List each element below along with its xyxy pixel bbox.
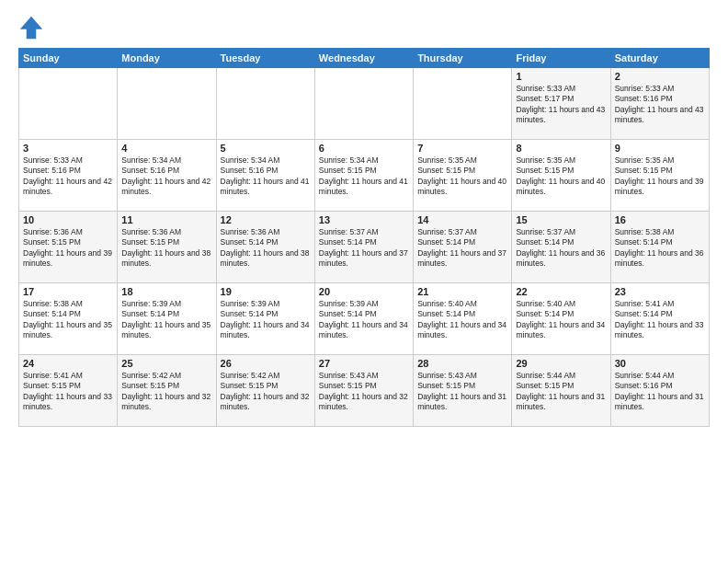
calendar-cell: [19, 68, 118, 140]
day-number: 8: [516, 143, 606, 154]
calendar-cell: 21Sunrise: 5:40 AM Sunset: 5:14 PM Dayli…: [414, 283, 512, 355]
day-number: 29: [516, 358, 606, 369]
day-info: Sunrise: 5:35 AM Sunset: 5:15 PM Dayligh…: [417, 155, 507, 198]
day-number: 24: [23, 358, 113, 369]
day-info: Sunrise: 5:37 AM Sunset: 5:14 PM Dayligh…: [319, 227, 409, 270]
calendar-table: SundayMondayTuesdayWednesdayThursdayFrid…: [18, 48, 710, 427]
day-info: Sunrise: 5:38 AM Sunset: 5:14 PM Dayligh…: [23, 299, 113, 341]
day-info: Sunrise: 5:33 AM Sunset: 5:17 PM Dayligh…: [516, 84, 606, 126]
weekday-header-monday: Monday: [118, 49, 216, 68]
day-info: Sunrise: 5:34 AM Sunset: 5:16 PM Dayligh…: [121, 155, 211, 198]
weekday-header-tuesday: Tuesday: [216, 49, 314, 68]
day-info: Sunrise: 5:44 AM Sunset: 5:16 PM Dayligh…: [615, 371, 705, 413]
day-info: Sunrise: 5:40 AM Sunset: 5:14 PM Dayligh…: [417, 299, 507, 341]
calendar-cell: 14Sunrise: 5:37 AM Sunset: 5:14 PM Dayli…: [414, 212, 512, 283]
calendar-cell: 29Sunrise: 5:44 AM Sunset: 5:15 PM Dayli…: [512, 355, 610, 427]
calendar-cell: 16Sunrise: 5:38 AM Sunset: 5:14 PM Dayli…: [610, 212, 709, 283]
calendar-cell: 27Sunrise: 5:43 AM Sunset: 5:15 PM Dayli…: [314, 355, 413, 427]
day-number: 10: [23, 214, 113, 225]
calendar-cell: 6Sunrise: 5:34 AM Sunset: 5:15 PM Daylig…: [314, 140, 413, 212]
logo-icon: [18, 15, 44, 40]
calendar-cell: 24Sunrise: 5:41 AM Sunset: 5:15 PM Dayli…: [19, 355, 118, 427]
weekday-header-sunday: Sunday: [19, 49, 118, 68]
day-number: 1: [516, 71, 606, 82]
day-info: Sunrise: 5:34 AM Sunset: 5:16 PM Dayligh…: [221, 155, 311, 198]
calendar-cell: 20Sunrise: 5:39 AM Sunset: 5:14 PM Dayli…: [314, 283, 413, 355]
calendar-cell: 28Sunrise: 5:43 AM Sunset: 5:15 PM Dayli…: [414, 355, 512, 427]
day-info: Sunrise: 5:40 AM Sunset: 5:14 PM Dayligh…: [516, 299, 606, 341]
day-info: Sunrise: 5:35 AM Sunset: 5:15 PM Dayligh…: [615, 155, 705, 198]
calendar-cell: 30Sunrise: 5:44 AM Sunset: 5:16 PM Dayli…: [610, 355, 709, 427]
calendar-week-row: 17Sunrise: 5:38 AM Sunset: 5:14 PM Dayli…: [19, 283, 710, 355]
page: SundayMondayTuesdayWednesdayThursdayFrid…: [0, 0, 728, 563]
calendar-cell: 26Sunrise: 5:42 AM Sunset: 5:15 PM Dayli…: [216, 355, 314, 427]
day-info: Sunrise: 5:39 AM Sunset: 5:14 PM Dayligh…: [319, 299, 409, 341]
day-info: Sunrise: 5:36 AM Sunset: 5:15 PM Dayligh…: [23, 227, 113, 270]
day-number: 3: [23, 143, 113, 154]
day-number: 9: [615, 143, 705, 154]
calendar-cell: 7Sunrise: 5:35 AM Sunset: 5:15 PM Daylig…: [414, 140, 512, 212]
day-number: 12: [221, 214, 311, 225]
calendar-cell: 8Sunrise: 5:35 AM Sunset: 5:15 PM Daylig…: [512, 140, 610, 212]
calendar-cell: 10Sunrise: 5:36 AM Sunset: 5:15 PM Dayli…: [19, 212, 118, 283]
day-info: Sunrise: 5:41 AM Sunset: 5:14 PM Dayligh…: [615, 299, 705, 341]
day-info: Sunrise: 5:43 AM Sunset: 5:15 PM Dayligh…: [417, 371, 507, 413]
day-number: 13: [319, 214, 409, 225]
day-number: 15: [516, 214, 606, 225]
calendar-week-row: 3Sunrise: 5:33 AM Sunset: 5:16 PM Daylig…: [19, 140, 710, 212]
calendar-body: 1Sunrise: 5:33 AM Sunset: 5:17 PM Daylig…: [19, 68, 710, 427]
day-number: 21: [417, 286, 507, 297]
day-info: Sunrise: 5:42 AM Sunset: 5:15 PM Dayligh…: [221, 371, 311, 413]
calendar-cell: 22Sunrise: 5:40 AM Sunset: 5:14 PM Dayli…: [512, 283, 610, 355]
day-info: Sunrise: 5:38 AM Sunset: 5:14 PM Dayligh…: [615, 227, 705, 270]
calendar-cell: 13Sunrise: 5:37 AM Sunset: 5:14 PM Dayli…: [314, 212, 413, 283]
calendar-cell: 3Sunrise: 5:33 AM Sunset: 5:16 PM Daylig…: [19, 140, 118, 212]
day-number: 5: [221, 143, 311, 154]
calendar-cell: 23Sunrise: 5:41 AM Sunset: 5:14 PM Dayli…: [610, 283, 709, 355]
day-info: Sunrise: 5:44 AM Sunset: 5:15 PM Dayligh…: [516, 371, 606, 413]
day-number: 23: [615, 286, 705, 297]
day-number: 4: [121, 143, 211, 154]
calendar-cell: 2Sunrise: 5:33 AM Sunset: 5:16 PM Daylig…: [610, 68, 709, 140]
weekday-header-thursday: Thursday: [414, 49, 512, 68]
calendar-week-row: 1Sunrise: 5:33 AM Sunset: 5:17 PM Daylig…: [19, 68, 710, 140]
weekday-header-wednesday: Wednesday: [314, 49, 413, 68]
calendar-cell: [414, 68, 512, 140]
day-info: Sunrise: 5:36 AM Sunset: 5:15 PM Dayligh…: [121, 227, 211, 270]
day-number: 7: [417, 143, 507, 154]
calendar-week-row: 24Sunrise: 5:41 AM Sunset: 5:15 PM Dayli…: [19, 355, 710, 427]
calendar-header: SundayMondayTuesdayWednesdayThursdayFrid…: [19, 49, 710, 68]
day-number: 25: [121, 358, 211, 369]
day-number: 17: [23, 286, 113, 297]
day-number: 2: [615, 71, 705, 82]
day-number: 11: [121, 214, 211, 225]
day-info: Sunrise: 5:39 AM Sunset: 5:14 PM Dayligh…: [221, 299, 311, 341]
day-info: Sunrise: 5:37 AM Sunset: 5:14 PM Dayligh…: [516, 227, 606, 270]
calendar-cell: 1Sunrise: 5:33 AM Sunset: 5:17 PM Daylig…: [512, 68, 610, 140]
day-info: Sunrise: 5:42 AM Sunset: 5:15 PM Dayligh…: [121, 371, 211, 413]
day-info: Sunrise: 5:37 AM Sunset: 5:14 PM Dayligh…: [417, 227, 507, 270]
day-info: Sunrise: 5:33 AM Sunset: 5:16 PM Dayligh…: [23, 155, 113, 198]
day-number: 6: [319, 143, 409, 154]
header: [18, 15, 710, 40]
svg-marker-0: [20, 17, 43, 40]
day-info: Sunrise: 5:41 AM Sunset: 5:15 PM Dayligh…: [23, 371, 113, 413]
calendar-cell: 4Sunrise: 5:34 AM Sunset: 5:16 PM Daylig…: [118, 140, 216, 212]
day-number: 28: [417, 358, 507, 369]
day-info: Sunrise: 5:43 AM Sunset: 5:15 PM Dayligh…: [319, 371, 409, 413]
day-number: 30: [615, 358, 705, 369]
day-info: Sunrise: 5:35 AM Sunset: 5:15 PM Dayligh…: [516, 155, 606, 198]
day-info: Sunrise: 5:36 AM Sunset: 5:14 PM Dayligh…: [221, 227, 311, 270]
calendar-cell: 17Sunrise: 5:38 AM Sunset: 5:14 PM Dayli…: [19, 283, 118, 355]
calendar-cell: 25Sunrise: 5:42 AM Sunset: 5:15 PM Dayli…: [118, 355, 216, 427]
calendar-week-row: 10Sunrise: 5:36 AM Sunset: 5:15 PM Dayli…: [19, 212, 710, 283]
calendar-cell: 12Sunrise: 5:36 AM Sunset: 5:14 PM Dayli…: [216, 212, 314, 283]
day-number: 22: [516, 286, 606, 297]
calendar-cell: 18Sunrise: 5:39 AM Sunset: 5:14 PM Dayli…: [118, 283, 216, 355]
calendar-cell: 19Sunrise: 5:39 AM Sunset: 5:14 PM Dayli…: [216, 283, 314, 355]
weekday-header-row: SundayMondayTuesdayWednesdayThursdayFrid…: [19, 49, 710, 68]
calendar-cell: 15Sunrise: 5:37 AM Sunset: 5:14 PM Dayli…: [512, 212, 610, 283]
day-number: 18: [121, 286, 211, 297]
day-number: 14: [417, 214, 507, 225]
calendar-cell: 11Sunrise: 5:36 AM Sunset: 5:15 PM Dayli…: [118, 212, 216, 283]
